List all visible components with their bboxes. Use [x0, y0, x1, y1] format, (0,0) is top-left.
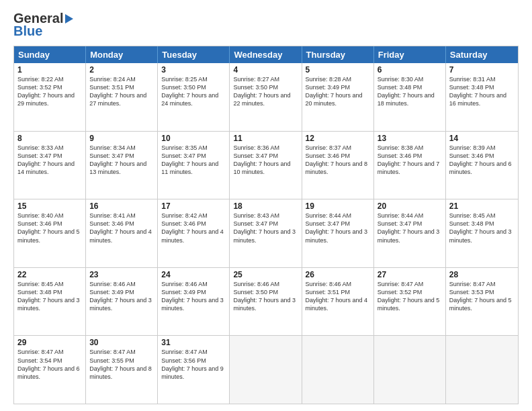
- calendar-cell-day-11: 11Sunrise: 8:36 AM Sunset: 3:47 PM Dayli…: [230, 132, 302, 199]
- header-day-thursday: Thursday: [302, 46, 374, 63]
- calendar-cell-day-31: 31Sunrise: 8:47 AM Sunset: 3:56 PM Dayli…: [158, 336, 230, 404]
- cell-day-number: 4: [233, 65, 298, 75]
- cell-info: Sunrise: 8:41 AM Sunset: 3:46 PM Dayligh…: [89, 212, 154, 244]
- calendar-cell-day-25: 25Sunrise: 8:46 AM Sunset: 3:50 PM Dayli…: [230, 268, 302, 336]
- cell-info: Sunrise: 8:47 AM Sunset: 3:52 PM Dayligh…: [378, 280, 442, 313]
- cell-info: Sunrise: 8:44 AM Sunset: 3:47 PM Dayligh…: [306, 212, 370, 244]
- calendar-cell-day-6: 6Sunrise: 8:30 AM Sunset: 3:48 PM Daylig…: [374, 63, 446, 131]
- cell-info: Sunrise: 8:28 AM Sunset: 3:49 PM Dayligh…: [306, 75, 370, 108]
- cell-day-number: 29: [17, 338, 82, 347]
- calendar-row-5: 29Sunrise: 8:47 AM Sunset: 3:54 PM Dayli…: [14, 335, 518, 404]
- header-day-friday: Friday: [374, 46, 446, 63]
- calendar-cell-day-22: 22Sunrise: 8:45 AM Sunset: 3:48 PM Dayli…: [14, 268, 86, 336]
- calendar-cell-day-7: 7Sunrise: 8:31 AM Sunset: 3:48 PM Daylig…: [446, 63, 518, 131]
- cell-day-number: 30: [89, 338, 154, 347]
- cell-day-number: 3: [161, 65, 226, 75]
- cell-day-number: 23: [89, 270, 154, 279]
- cell-info: Sunrise: 8:42 AM Sunset: 3:46 PM Dayligh…: [161, 212, 226, 244]
- cell-info: Sunrise: 8:36 AM Sunset: 3:47 PM Dayligh…: [233, 144, 298, 177]
- cell-day-number: 22: [17, 270, 82, 279]
- cell-info: Sunrise: 8:44 AM Sunset: 3:47 PM Dayligh…: [378, 212, 442, 244]
- calendar-cell-day-18: 18Sunrise: 8:43 AM Sunset: 3:47 PM Dayli…: [230, 199, 302, 267]
- cell-day-number: 2: [89, 65, 154, 75]
- calendar-cell-empty: [446, 336, 518, 404]
- calendar-page: General Blue SundayMondayTuesdayWednesda…: [0, 0, 532, 411]
- cell-day-number: 25: [233, 270, 298, 279]
- cell-day-number: 7: [449, 65, 515, 75]
- header-day-wednesday: Wednesday: [230, 46, 302, 63]
- logo-arrow-icon: [65, 14, 73, 24]
- calendar-cell-day-26: 26Sunrise: 8:46 AM Sunset: 3:51 PM Dayli…: [302, 268, 374, 336]
- cell-info: Sunrise: 8:25 AM Sunset: 3:50 PM Dayligh…: [161, 75, 226, 108]
- calendar-row-2: 8Sunrise: 8:33 AM Sunset: 3:47 PM Daylig…: [14, 131, 518, 199]
- cell-info: Sunrise: 8:45 AM Sunset: 3:48 PM Dayligh…: [17, 280, 82, 313]
- logo-blue-text: Blue: [13, 24, 42, 39]
- cell-info: Sunrise: 8:40 AM Sunset: 3:46 PM Dayligh…: [17, 212, 82, 244]
- calendar-cell-day-9: 9Sunrise: 8:34 AM Sunset: 3:47 PM Daylig…: [86, 132, 158, 199]
- cell-day-number: 26: [306, 270, 370, 279]
- cell-info: Sunrise: 8:30 AM Sunset: 3:48 PM Dayligh…: [378, 75, 442, 108]
- cell-day-number: 13: [378, 134, 442, 143]
- cell-day-number: 24: [161, 270, 226, 279]
- cell-day-number: 8: [17, 134, 82, 143]
- cell-day-number: 18: [233, 201, 298, 211]
- cell-info: Sunrise: 8:39 AM Sunset: 3:46 PM Dayligh…: [449, 144, 515, 177]
- cell-info: Sunrise: 8:33 AM Sunset: 3:47 PM Dayligh…: [17, 144, 82, 177]
- cell-info: Sunrise: 8:46 AM Sunset: 3:49 PM Dayligh…: [161, 280, 226, 313]
- cell-info: Sunrise: 8:46 AM Sunset: 3:49 PM Dayligh…: [89, 280, 154, 313]
- cell-day-number: 14: [449, 134, 515, 143]
- cell-info: Sunrise: 8:45 AM Sunset: 3:48 PM Dayligh…: [449, 212, 515, 244]
- calendar-cell-day-12: 12Sunrise: 8:37 AM Sunset: 3:46 PM Dayli…: [302, 132, 374, 199]
- calendar: SundayMondayTuesdayWednesdayThursdayFrid…: [13, 46, 519, 404]
- cell-info: Sunrise: 8:37 AM Sunset: 3:46 PM Dayligh…: [306, 144, 370, 177]
- calendar-cell-day-24: 24Sunrise: 8:46 AM Sunset: 3:49 PM Dayli…: [158, 268, 230, 336]
- calendar-cell-day-15: 15Sunrise: 8:40 AM Sunset: 3:46 PM Dayli…: [14, 199, 86, 267]
- cell-day-number: 12: [306, 134, 370, 143]
- header-day-saturday: Saturday: [446, 46, 518, 63]
- calendar-cell-day-16: 16Sunrise: 8:41 AM Sunset: 3:46 PM Dayli…: [86, 199, 158, 267]
- cell-info: Sunrise: 8:38 AM Sunset: 3:46 PM Dayligh…: [378, 144, 442, 177]
- cell-info: Sunrise: 8:27 AM Sunset: 3:50 PM Dayligh…: [233, 75, 298, 108]
- calendar-cell-day-30: 30Sunrise: 8:47 AM Sunset: 3:55 PM Dayli…: [86, 336, 158, 404]
- calendar-cell-day-8: 8Sunrise: 8:33 AM Sunset: 3:47 PM Daylig…: [14, 132, 86, 199]
- cell-info: Sunrise: 8:34 AM Sunset: 3:47 PM Dayligh…: [89, 144, 154, 177]
- page-header: General Blue: [13, 11, 519, 39]
- calendar-cell-day-23: 23Sunrise: 8:46 AM Sunset: 3:49 PM Dayli…: [86, 268, 158, 336]
- cell-info: Sunrise: 8:31 AM Sunset: 3:48 PM Dayligh…: [449, 75, 515, 108]
- cell-info: Sunrise: 8:43 AM Sunset: 3:47 PM Dayligh…: [233, 212, 298, 244]
- calendar-cell-day-4: 4Sunrise: 8:27 AM Sunset: 3:50 PM Daylig…: [230, 63, 302, 131]
- cell-info: Sunrise: 8:47 AM Sunset: 3:55 PM Dayligh…: [89, 348, 154, 381]
- calendar-cell-empty: [302, 336, 374, 404]
- cell-info: Sunrise: 8:35 AM Sunset: 3:47 PM Dayligh…: [161, 144, 226, 177]
- cell-day-number: 6: [378, 65, 442, 75]
- calendar-cell-day-17: 17Sunrise: 8:42 AM Sunset: 3:46 PM Dayli…: [158, 199, 230, 267]
- calendar-cell-day-2: 2Sunrise: 8:24 AM Sunset: 3:51 PM Daylig…: [86, 63, 158, 131]
- cell-day-number: 5: [306, 65, 370, 75]
- calendar-cell-day-3: 3Sunrise: 8:25 AM Sunset: 3:50 PM Daylig…: [158, 63, 230, 131]
- cell-day-number: 28: [449, 270, 515, 279]
- header-day-sunday: Sunday: [14, 46, 86, 63]
- calendar-cell-day-28: 28Sunrise: 8:47 AM Sunset: 3:53 PM Dayli…: [446, 268, 518, 336]
- cell-day-number: 16: [89, 201, 154, 211]
- cell-day-number: 19: [306, 201, 370, 211]
- calendar-cell-empty: [374, 336, 446, 404]
- calendar-body: 1Sunrise: 8:22 AM Sunset: 3:52 PM Daylig…: [14, 63, 518, 404]
- header-day-monday: Monday: [86, 46, 158, 63]
- cell-day-number: 9: [89, 134, 154, 143]
- calendar-cell-empty: [230, 336, 302, 404]
- calendar-cell-day-27: 27Sunrise: 8:47 AM Sunset: 3:52 PM Dayli…: [374, 268, 446, 336]
- calendar-cell-day-29: 29Sunrise: 8:47 AM Sunset: 3:54 PM Dayli…: [14, 336, 86, 404]
- calendar-cell-day-13: 13Sunrise: 8:38 AM Sunset: 3:46 PM Dayli…: [374, 132, 446, 199]
- calendar-cell-day-5: 5Sunrise: 8:28 AM Sunset: 3:49 PM Daylig…: [302, 63, 374, 131]
- calendar-cell-day-14: 14Sunrise: 8:39 AM Sunset: 3:46 PM Dayli…: [446, 132, 518, 199]
- cell-day-number: 10: [161, 134, 226, 143]
- cell-info: Sunrise: 8:47 AM Sunset: 3:56 PM Dayligh…: [161, 348, 226, 381]
- cell-day-number: 21: [449, 201, 515, 211]
- cell-info: Sunrise: 8:46 AM Sunset: 3:51 PM Dayligh…: [306, 280, 370, 313]
- cell-day-number: 31: [161, 338, 226, 347]
- header-day-tuesday: Tuesday: [158, 46, 230, 63]
- cell-day-number: 11: [233, 134, 298, 143]
- cell-day-number: 27: [378, 270, 442, 279]
- cell-info: Sunrise: 8:22 AM Sunset: 3:52 PM Dayligh…: [17, 75, 82, 108]
- cell-day-number: 1: [17, 65, 82, 75]
